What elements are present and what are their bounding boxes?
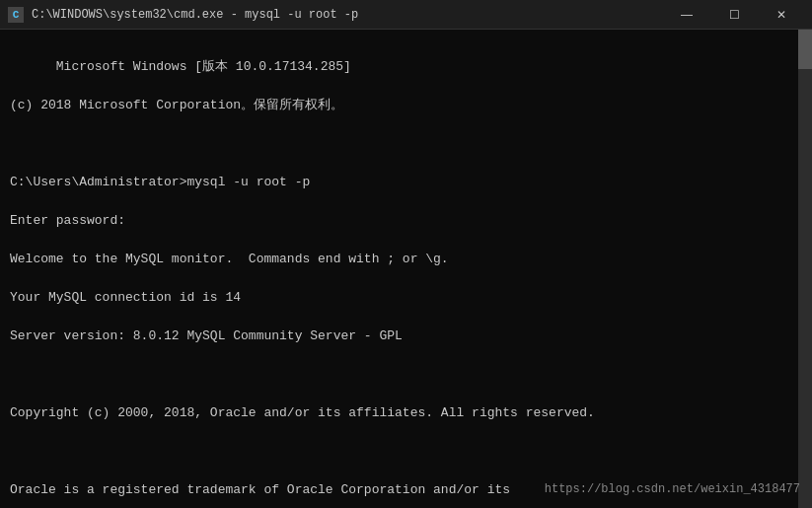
title-bar-text: C:\WINDOWS\system32\cmd.exe - mysql -u r… [32, 8, 664, 22]
window-icon: C [8, 7, 24, 23]
line-7: Server version: 8.0.12 MySQL Community S… [10, 328, 403, 343]
line-4: Enter password: [10, 213, 125, 228]
line-6: Your MySQL connection id is 14 [10, 290, 241, 305]
watermark: https://blog.csdn.net/weixin_4318477 [545, 480, 800, 498]
scrollbar[interactable] [798, 30, 812, 508]
close-button[interactable]: ✕ [759, 0, 804, 30]
line-3: C:\Users\Administrator>mysql -u root -p [10, 175, 310, 189]
scrollbar-thumb[interactable] [798, 30, 812, 69]
line-2: (c) 2018 Microsoft Corporation。保留所有权利。 [10, 98, 343, 112]
line-oracle-1: Oracle is a registered trademark of Orac… [10, 482, 510, 497]
cmd-window: C C:\WINDOWS\system32\cmd.exe - mysql -u… [0, 0, 812, 508]
maximize-button[interactable]: ☐ [711, 0, 757, 30]
title-bar-controls: — ☐ ✕ [664, 0, 804, 30]
line-5: Welcome to the MySQL monitor. Commands e… [10, 252, 449, 266]
line-1: Microsoft Windows [版本 10.0.17134.285] [56, 59, 351, 74]
terminal-body[interactable]: Microsoft Windows [版本 10.0.17134.285] (c… [0, 30, 812, 508]
title-bar: C C:\WINDOWS\system32\cmd.exe - mysql -u… [0, 0, 812, 30]
terminal-content: Microsoft Windows [版本 10.0.17134.285] (c… [10, 37, 802, 508]
minimize-button[interactable]: — [664, 0, 709, 30]
line-copyright: Copyright (c) 2000, 2018, Oracle and/or … [10, 405, 595, 420]
